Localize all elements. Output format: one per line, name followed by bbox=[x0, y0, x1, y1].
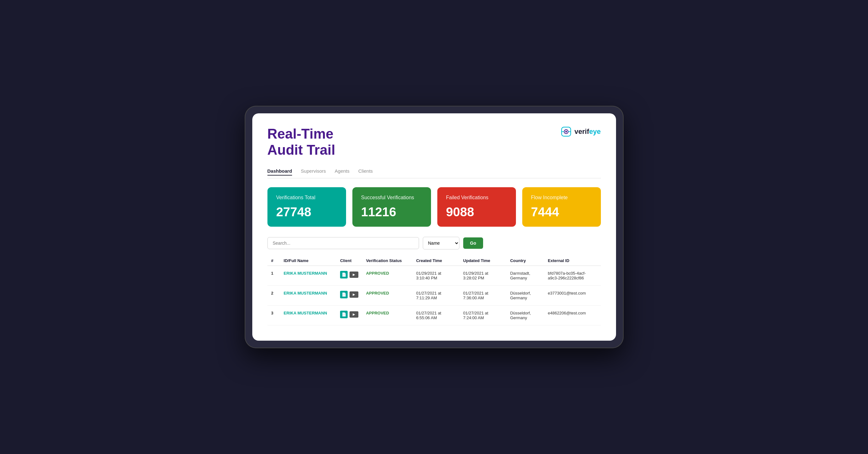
cell-created: 01/27/2021 at 6:55:06 AM bbox=[412, 305, 459, 325]
col-header-name: ID/Full Name bbox=[280, 256, 336, 266]
stat-card-incomplete: Flow Incomplete 7444 bbox=[522, 187, 601, 227]
stat-incomplete-value: 7444 bbox=[531, 205, 592, 219]
header: Real-TimeAudit Trail verifeye bbox=[268, 126, 601, 158]
cell-country: Düsseldorf, Germany bbox=[506, 305, 544, 325]
cell-created: 01/27/2021 at 7:11:29 AM bbox=[412, 285, 459, 305]
cell-name[interactable]: ERIKA MUSTERMANN bbox=[280, 285, 336, 305]
stats-grid: Verifications Total 27748 Successful Ver… bbox=[268, 187, 601, 227]
stat-failed-label: Failed Verifications bbox=[446, 195, 507, 200]
stat-incomplete-label: Flow Incomplete bbox=[531, 195, 592, 200]
cell-updated: 01/27/2021 at 7:36:00 AM bbox=[459, 285, 506, 305]
stat-total-label: Verifications Total bbox=[276, 195, 337, 200]
cell-status: APPROVED bbox=[362, 305, 412, 325]
cell-country: Düsseldorf, Germany bbox=[506, 285, 544, 305]
col-header-num: # bbox=[268, 256, 280, 266]
svg-point-2 bbox=[565, 131, 567, 133]
stat-failed-value: 9088 bbox=[446, 205, 507, 219]
col-header-client: Client bbox=[336, 256, 362, 266]
stat-card-total: Verifications Total 27748 bbox=[268, 187, 346, 227]
cell-status: APPROVED bbox=[362, 265, 412, 285]
col-header-created: Created Time bbox=[412, 256, 459, 266]
doc-icon: 📄 bbox=[340, 291, 348, 298]
cell-name[interactable]: ERIKA MUSTERMANN bbox=[280, 265, 336, 285]
cell-updated: 01/29/2021 at 3:28:02 PM bbox=[459, 265, 506, 285]
col-header-country: Country bbox=[506, 256, 544, 266]
logo-icon bbox=[560, 126, 572, 137]
table-row: 3 ERIKA MUSTERMANN 📄 ▶ APPROVED 01/27/20… bbox=[268, 305, 601, 325]
table-row: 1 ERIKA MUSTERMANN 📄 ▶ APPROVED 01/29/20… bbox=[268, 265, 601, 285]
stat-card-successful: Successful Verifications 11216 bbox=[352, 187, 431, 227]
go-button[interactable]: Go bbox=[463, 237, 483, 249]
cell-client: 📄 ▶ bbox=[336, 265, 362, 285]
stat-successful-label: Successful Verifications bbox=[361, 195, 422, 200]
doc-icon: 📄 bbox=[340, 311, 348, 318]
data-table: # ID/Full Name Client Verification Statu… bbox=[268, 256, 601, 325]
table-row: 2 ERIKA MUSTERMANN 📄 ▶ APPROVED 01/27/20… bbox=[268, 285, 601, 305]
cell-status: APPROVED bbox=[362, 285, 412, 305]
col-header-updated: Updated Time bbox=[459, 256, 506, 266]
cell-country: Darmstadt, Germany bbox=[506, 265, 544, 285]
cell-updated: 01/27/2021 at 7:24:00 AM bbox=[459, 305, 506, 325]
tab-dashboard[interactable]: Dashboard bbox=[268, 168, 292, 175]
col-header-status: Verification Status bbox=[362, 256, 412, 266]
cell-ext-id: e4862206@test.com bbox=[544, 305, 600, 325]
tab-supervisors[interactable]: Supervisors bbox=[301, 168, 326, 175]
cell-client: 📄 ▶ bbox=[336, 285, 362, 305]
cell-created: 01/29/2021 at 3:10:40 PM bbox=[412, 265, 459, 285]
video-icon: ▶ bbox=[349, 271, 359, 278]
tablet-screen: Real-TimeAudit Trail verifeye Dashboard … bbox=[252, 114, 616, 340]
tablet-frame: Real-TimeAudit Trail verifeye Dashboard … bbox=[245, 106, 624, 348]
video-icon: ▶ bbox=[349, 311, 359, 318]
cell-client: 📄 ▶ bbox=[336, 305, 362, 325]
search-row: Name ID Client Status Country Go bbox=[268, 237, 601, 250]
stat-total-value: 27748 bbox=[276, 205, 337, 219]
stat-successful-value: 11216 bbox=[361, 205, 422, 219]
cell-num: 1 bbox=[268, 265, 280, 285]
cell-ext-id: bfd7807a-bc05-4acf- a9c3-296c2228cf86 bbox=[544, 265, 600, 285]
cell-num: 3 bbox=[268, 305, 280, 325]
cell-num: 2 bbox=[268, 285, 280, 305]
cell-ext-id: e3773001@test.com bbox=[544, 285, 600, 305]
stat-card-failed: Failed Verifications 9088 bbox=[437, 187, 516, 227]
cell-name[interactable]: ERIKA MUSTERMANN bbox=[280, 305, 336, 325]
search-input[interactable] bbox=[268, 237, 419, 249]
tab-agents[interactable]: Agents bbox=[335, 168, 349, 175]
tab-clients[interactable]: Clients bbox=[359, 168, 373, 175]
logo-text: verifeye bbox=[575, 128, 600, 136]
filter-select[interactable]: Name ID Client Status Country bbox=[423, 237, 459, 250]
logo-container: verifeye bbox=[560, 126, 600, 137]
page-title: Real-TimeAudit Trail bbox=[268, 126, 335, 158]
col-header-ext-id: External ID bbox=[544, 256, 600, 266]
doc-icon: 📄 bbox=[340, 271, 348, 279]
video-icon: ▶ bbox=[349, 291, 359, 298]
nav-tabs: Dashboard Supervisors Agents Clients bbox=[268, 168, 601, 179]
